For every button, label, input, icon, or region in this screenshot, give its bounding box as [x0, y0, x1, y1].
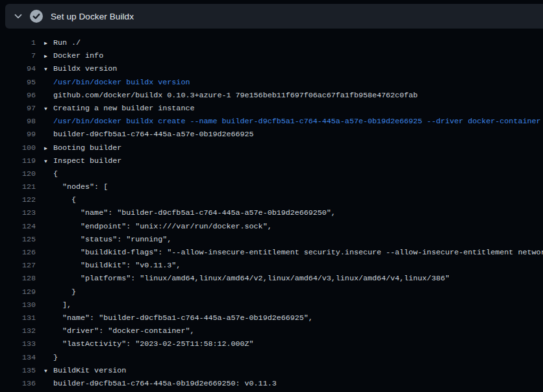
log-line: 7▶Docker info: [0, 49, 543, 62]
log-line: 135▼BuildKit version: [0, 364, 543, 377]
line-number-link[interactable]: 97: [0, 102, 36, 115]
line-number-link[interactable]: 121: [0, 180, 36, 193]
log-line: 133 "lastActivity": "2023-02-25T11:58:12…: [0, 337, 543, 350]
log-group-label: Docker info: [53, 51, 103, 60]
log-group-toggle[interactable]: ▶Docker info: [44, 49, 103, 62]
log-line: 120{: [0, 167, 543, 180]
log-output-text: github.com/docker/buildx 0.10.3+azure-1 …: [44, 89, 418, 102]
log-line: 96github.com/docker/buildx 0.10.3+azure-…: [0, 89, 543, 102]
log-line: 124 "endpoint": "unix:///var/run/docker.…: [0, 220, 543, 233]
log-line: 134}: [0, 351, 543, 364]
log-group-toggle[interactable]: ▼Buildx version: [44, 62, 117, 75]
log-line: 127 "buildkit": "v0.11.3",: [0, 259, 543, 272]
log-group-toggle[interactable]: ▼Creating a new builder instance: [44, 102, 194, 115]
line-number-link[interactable]: 133: [0, 337, 36, 350]
log-output-text: "driver": "docker-container",: [44, 325, 194, 337]
line-number-link[interactable]: 96: [0, 89, 36, 102]
log-line: 122 {: [0, 193, 543, 206]
log-line: 97▼Creating a new builder instance: [0, 102, 543, 115]
log-output-text: {: [44, 193, 76, 206]
log-output-text: {: [44, 167, 58, 180]
log-group-toggle[interactable]: ▼BuildKit version: [44, 364, 126, 377]
triangle-right-icon: ▶: [44, 50, 53, 62]
log-line: 99builder-d9cfb5a1-c764-445a-a57e-0b19d2…: [0, 128, 543, 141]
triangle-right-icon: ▶: [44, 37, 53, 49]
log-line: 136builder-d9cfb5a1-c764-445a-0b19d2e669…: [0, 377, 543, 390]
line-number-link[interactable]: 122: [0, 193, 36, 206]
log-output-text: "platforms": "linux/amd64,linux/amd64/v2…: [44, 272, 449, 285]
line-number-link[interactable]: 130: [0, 299, 36, 312]
log-group-label: BuildKit version: [53, 366, 126, 375]
check-circle-icon: [30, 10, 43, 23]
log-line: 121 "nodes": [: [0, 180, 543, 193]
log-output-text: "name": "builder-d9cfb5a1-c764-445a-a57e…: [44, 312, 313, 325]
log-output-text: "nodes": [: [44, 180, 108, 193]
log-command-text: /usr/bin/docker buildx create --name bui…: [44, 115, 540, 128]
log-group-label: Booting builder: [53, 143, 121, 153]
triangle-down-icon: ▼: [44, 155, 53, 167]
log-output-text: "buildkit": "v0.11.3",: [44, 259, 181, 272]
triangle-down-icon: ▼: [44, 365, 53, 377]
triangle-down-icon: ▼: [44, 103, 53, 115]
line-number-link[interactable]: 123: [0, 206, 36, 219]
line-number-link[interactable]: 127: [0, 259, 36, 272]
log-lines: 1▶Run ./7▶Docker info94▼Buildx version95…: [0, 36, 543, 390]
line-number-link[interactable]: 135: [0, 364, 36, 377]
log-group-toggle[interactable]: ▶Booting builder: [44, 141, 121, 154]
log-output-text: "buildkitd-flags": "--allow-insecure-ent…: [44, 246, 543, 259]
step-title: Set up Docker Buildx: [51, 12, 134, 21]
log-line: 94▼Buildx version: [0, 62, 543, 75]
log-line: 128 "platforms": "linux/amd64,linux/amd6…: [0, 272, 543, 285]
log-output-text: "lastActivity": "2023-02-25T11:58:12.000…: [44, 337, 254, 350]
line-number-link[interactable]: 134: [0, 351, 36, 364]
line-number-link[interactable]: 100: [0, 141, 36, 154]
line-number-link[interactable]: 98: [0, 115, 36, 128]
log-command-text: /usr/bin/docker buildx version: [44, 76, 190, 89]
log-line: 100▶Booting builder: [0, 141, 543, 154]
line-number-link[interactable]: 136: [0, 377, 36, 390]
log-line: 131 "name": "builder-d9cfb5a1-c764-445a-…: [0, 312, 543, 325]
line-number-link[interactable]: 126: [0, 246, 36, 259]
line-number-link[interactable]: 128: [0, 272, 36, 285]
log-output-text: ],: [44, 299, 71, 312]
step-header[interactable]: Set up Docker Buildx: [5, 4, 543, 29]
line-number-link[interactable]: 1: [0, 36, 36, 49]
log-line: 1▶Run ./: [0, 36, 543, 49]
line-number-link[interactable]: 125: [0, 233, 36, 246]
line-number-link[interactable]: 7: [0, 49, 36, 62]
line-number-link[interactable]: 129: [0, 286, 36, 299]
log-line: 125 "status": "running",: [0, 233, 543, 246]
log-output-text: builder-d9cfb5a1-c764-445a-a57e-0b19d2e6…: [44, 128, 254, 141]
log-output-text: "status": "running",: [44, 233, 171, 246]
line-number-link[interactable]: 124: [0, 220, 36, 233]
line-number-link[interactable]: 95: [0, 76, 36, 89]
line-number-link[interactable]: 131: [0, 312, 36, 325]
log-group-label: Buildx version: [53, 64, 117, 73]
log-line: 126 "buildkitd-flags": "--allow-insecure…: [0, 246, 543, 259]
line-number-link[interactable]: 119: [0, 154, 36, 167]
log-output-text: "endpoint": "unix:///var/run/docker.sock…: [44, 220, 272, 233]
log-group-toggle[interactable]: ▼Inspect builder: [44, 154, 121, 167]
log-group-toggle[interactable]: ▶Run ./: [44, 36, 81, 49]
line-number-link[interactable]: 94: [0, 62, 36, 75]
log-output-text: }: [44, 351, 58, 364]
log-line: 98/usr/bin/docker buildx create --name b…: [0, 115, 543, 128]
line-number-link[interactable]: 120: [0, 167, 36, 180]
log-output-text: }: [44, 286, 76, 299]
log-line: 119▼Inspect builder: [0, 154, 543, 167]
log-output-text: builder-d9cfb5a1-c764-445a-0b19d2e669250…: [44, 377, 277, 390]
log-group-label: Creating a new builder instance: [53, 104, 194, 113]
log-output-text: "name": "builder-d9cfb5a1-c764-445a-a57e…: [44, 206, 336, 219]
triangle-down-icon: ▼: [44, 63, 53, 75]
line-number-link[interactable]: 132: [0, 325, 36, 337]
log-line: 95/usr/bin/docker buildx version: [0, 76, 543, 89]
triangle-right-icon: ▶: [44, 142, 53, 154]
line-number-link[interactable]: 99: [0, 128, 36, 141]
log-line: 130 ],: [0, 299, 543, 312]
log-group-label: Run ./: [53, 38, 81, 47]
chevron-down-icon[interactable]: [13, 11, 23, 21]
log-line: 129 }: [0, 286, 543, 299]
log-line: 123 "name": "builder-d9cfb5a1-c764-445a-…: [0, 206, 543, 219]
log-line: 132 "driver": "docker-container",: [0, 325, 543, 337]
log-group-label: Inspect builder: [53, 156, 121, 165]
